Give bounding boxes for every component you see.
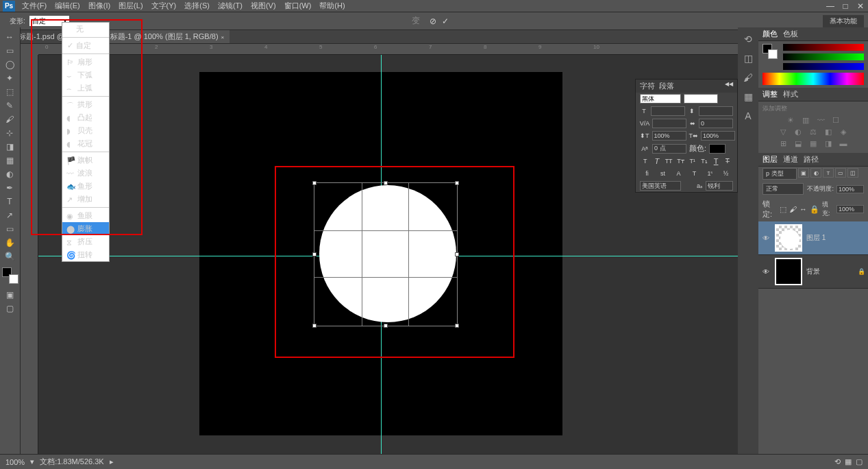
crop-tool[interactable]: ⬚ (0, 85, 19, 99)
zoom-chevron-icon[interactable]: ▾ (30, 457, 34, 466)
italic-icon[interactable]: T (652, 156, 662, 166)
language-input[interactable] (640, 181, 681, 191)
posterize-icon[interactable]: ▦ (808, 139, 819, 148)
gradientmap-icon[interactable]: ▬ (838, 139, 849, 148)
lock-transparent-icon[interactable]: ⬚ (780, 205, 786, 214)
layer-thumb[interactable] (775, 224, 802, 252)
tab-paths[interactable]: 路径 (804, 154, 819, 165)
channelmixer-icon[interactable]: ⊞ (778, 139, 789, 148)
layer-bg[interactable]: 👁 背景 🔒 (758, 255, 868, 289)
hand-tool[interactable]: ✋ (0, 236, 19, 250)
hscale-input[interactable] (701, 131, 735, 141)
tab-channels[interactable]: 通道 (783, 154, 798, 165)
tab-color[interactable]: 颜色 (762, 29, 778, 39)
font-family-input[interactable] (640, 94, 681, 104)
ot-a-icon[interactable]: A (674, 169, 684, 178)
ot-st-icon[interactable]: st (658, 169, 668, 178)
menu-view[interactable]: 视图(V) (247, 0, 280, 12)
dd-arcupper[interactable]: ⌢上弧 (62, 82, 109, 95)
layer-1[interactable]: 👁 图层 1 (758, 221, 868, 255)
visibility-icon[interactable]: 👁 (761, 268, 771, 276)
tab-paragraph[interactable]: 段落 (659, 81, 674, 91)
layer-name[interactable]: 图层 1 (806, 233, 826, 243)
tab-layers[interactable]: 图层 (762, 154, 778, 165)
commit-transform-icon[interactable]: ✓ (442, 16, 449, 26)
lock-position-icon[interactable]: ↔ (799, 205, 807, 213)
superscript-icon[interactable]: T¹ (688, 156, 697, 166)
layer-filter-type[interactable]: p 类型 (762, 168, 797, 180)
brush-tool[interactable]: 🖌 (0, 112, 19, 126)
allcaps-icon[interactable]: TT (664, 156, 673, 166)
tab-styles[interactable]: 样式 (783, 89, 798, 99)
photo-filter-icon[interactable]: ◈ (838, 127, 849, 136)
dd-fisheye[interactable]: ◉鱼眼 (62, 209, 109, 222)
bw-icon[interactable]: ◧ (823, 127, 834, 136)
smallcaps-icon[interactable]: Tᴛ (675, 156, 685, 166)
lock-pixels-icon[interactable]: 🖌 (789, 205, 797, 213)
dd-shelllower[interactable]: ◗贝壳 (62, 124, 109, 137)
menu-layer[interactable]: 图层(L) (114, 0, 147, 12)
dd-none[interactable]: 无 (62, 23, 109, 36)
sync-icon[interactable]: ⟲ (834, 457, 841, 466)
dd-wave[interactable]: 〰波浪 (62, 167, 109, 180)
color-swatch[interactable] (2, 267, 18, 284)
layer-name[interactable]: 背景 (806, 267, 820, 276)
ot-fi-icon[interactable]: fi (643, 169, 652, 178)
fill-input[interactable] (836, 205, 864, 213)
curves-icon[interactable]: 〰 (815, 115, 826, 125)
menu-file[interactable]: 文件(F) (18, 0, 51, 12)
filter-shape-icon[interactable]: ▭ (835, 168, 846, 178)
filter-smart-icon[interactable]: ◫ (847, 168, 858, 178)
window-minimize[interactable]: — (823, 0, 838, 12)
menu-edit[interactable]: 编辑(E) (51, 0, 84, 12)
dd-flag[interactable]: 🏴旗帜 (62, 154, 109, 167)
baseline-input[interactable] (652, 144, 686, 154)
invert-icon[interactable]: ⬓ (793, 139, 804, 148)
workspace-switcher[interactable]: 基本功能 (823, 15, 864, 27)
brightness-icon[interactable]: ☀ (785, 115, 796, 125)
dd-shellupper[interactable]: ◖花冠 (62, 137, 109, 150)
screen-icon[interactable]: ▢ (856, 457, 863, 466)
info-chevron-icon[interactable]: ▸ (110, 457, 114, 466)
type-icon[interactable]: A (742, 110, 754, 122)
marquee-tool[interactable]: ▭ (0, 44, 19, 58)
stamp-tool[interactable]: ⊹ (0, 126, 19, 140)
slider-g[interactable] (783, 53, 864, 60)
dd-arclower[interactable]: ⌣下弧 (62, 69, 109, 82)
menu-filter[interactable]: 滤镜(T) (214, 0, 247, 12)
screenmode-tool[interactable]: ▢ (0, 302, 19, 315)
menu-window[interactable]: 窗口(W) (280, 0, 316, 12)
subscript-icon[interactable]: T₁ (699, 156, 709, 166)
lock-all-icon[interactable]: 🔒 (810, 205, 819, 214)
dd-arch[interactable]: ⌒拱形 (62, 98, 109, 111)
tab-swatches[interactable]: 色板 (783, 29, 798, 39)
dd-custom[interactable]: ✓自定 (62, 39, 109, 52)
vscale-input[interactable] (652, 131, 686, 141)
swatches-icon[interactable]: ▦ (742, 91, 754, 103)
zoom-tool[interactable]: 🔍 (0, 250, 19, 263)
ot-1-icon[interactable]: 1ˢ (706, 169, 715, 178)
ot-frac-icon[interactable]: ½ (721, 169, 731, 178)
pen-tool[interactable]: ✒ (0, 181, 19, 195)
hue-icon[interactable]: ◐ (793, 127, 804, 136)
slider-b[interactable] (783, 63, 864, 70)
layer-thumb[interactable] (775, 258, 802, 285)
ot-t-icon[interactable]: T (690, 169, 699, 178)
menu-type[interactable]: 文字(Y) (147, 0, 181, 12)
dodge-tool[interactable]: ◐ (0, 167, 19, 181)
antialias-input[interactable] (706, 181, 733, 191)
color-swatches[interactable] (762, 44, 779, 60)
move-tool[interactable]: ↔ (0, 30, 19, 44)
eyedropper-tool[interactable]: ✎ (0, 99, 19, 112)
lasso-tool[interactable]: ◯ (0, 58, 19, 71)
blend-mode-dropdown[interactable]: 正常 (762, 183, 804, 195)
shape-tool[interactable]: ▭ (0, 222, 19, 236)
warp-toggle-icon[interactable]: 变 (412, 15, 420, 27)
brush-icon[interactable]: 🖌 (742, 71, 754, 84)
window-close[interactable]: ✕ (853, 0, 868, 12)
tab-character[interactable]: 字符 (640, 81, 655, 91)
vibrance-icon[interactable]: ▽ (778, 127, 789, 136)
exposure-icon[interactable]: ☐ (830, 115, 841, 125)
tab-doc-2[interactable]: 未标题-1 @ 100% (图层 1, RGB/8)× (97, 30, 230, 43)
leading-input[interactable] (699, 106, 733, 116)
